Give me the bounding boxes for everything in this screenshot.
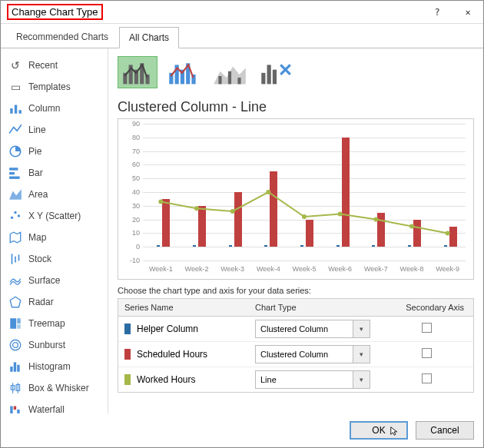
svg-point-47: [158, 199, 163, 204]
svg-rect-15: [17, 318, 21, 324]
sidebar-item-pie[interactable]: Pie: [1, 141, 108, 162]
map-icon: [8, 231, 22, 244]
sidebar-item-surface[interactable]: Surface: [1, 270, 108, 291]
sidebar-item-label: X Y (Scatter): [28, 211, 81, 221]
series-name-label: Scheduled Hours: [137, 349, 207, 360]
subtype-custom-combo[interactable]: [256, 56, 296, 88]
dialog-button-bar: OK Cancel: [1, 413, 483, 447]
series-row: Helper Column Clustered Column▾: [118, 317, 473, 342]
subtype-clustered-column-line[interactable]: [118, 56, 157, 88]
secondary-axis-checkbox[interactable]: [422, 373, 432, 383]
sidebar-item-label: Pie: [28, 146, 41, 157]
sidebar-item-waterfall[interactable]: Waterfall: [1, 399, 108, 413]
close-button[interactable]: ✕: [453, 1, 483, 24]
svg-point-18: [13, 343, 18, 348]
help-button[interactable]: ?: [422, 1, 453, 24]
chart-type-select[interactable]: Line▾: [255, 370, 370, 389]
chart-category-sidebar: ↺Recent ▭Templates Column Line Pie Bar A…: [1, 48, 108, 413]
recent-icon: ↺: [8, 58, 22, 72]
chevron-down-icon: ▾: [353, 346, 370, 363]
svg-rect-14: [10, 318, 16, 329]
series-row: Scheduled Hours Clustered Column▾: [118, 342, 473, 367]
sidebar-item-label: Map: [28, 232, 46, 243]
svg-rect-27: [14, 407, 16, 410]
pie-icon: [8, 144, 22, 158]
svg-point-53: [373, 217, 378, 222]
chart-type-select[interactable]: Clustered Column▾: [255, 320, 370, 338]
waterfall-icon: [8, 403, 22, 413]
bar-icon: [8, 166, 22, 180]
col-header-type: Chart Type: [249, 299, 380, 316]
treemap-icon: [8, 317, 22, 330]
svg-point-17: [10, 340, 21, 350]
area-icon: [8, 187, 22, 201]
select-value: Line: [256, 375, 353, 384]
chart-preview[interactable]: -100102030405060708090Week-1Week-2Week-3…: [118, 118, 474, 280]
sidebar-item-scatter[interactable]: X Y (Scatter): [1, 205, 108, 227]
subtype-clustered-column-line-secondary[interactable]: [164, 56, 204, 88]
sidebar-item-map[interactable]: Map: [1, 227, 108, 248]
sidebar-item-histogram[interactable]: Histogram: [1, 356, 108, 377]
stock-icon: [8, 252, 22, 266]
svg-point-54: [409, 224, 414, 229]
sidebar-item-treemap[interactable]: Treemap: [1, 313, 108, 334]
cursor-icon: [390, 426, 400, 436]
svg-marker-13: [10, 297, 21, 307]
titlebar: Change Chart Type ? ✕: [1, 1, 483, 24]
chart-type-title: Clustered Column - Line: [118, 99, 474, 115]
tab-all-charts[interactable]: All Charts: [119, 27, 179, 48]
ok-button[interactable]: OK: [350, 421, 408, 440]
ok-button-label: OK: [372, 425, 385, 436]
svg-rect-4: [9, 168, 18, 170]
sidebar-item-boxwhisker[interactable]: Box & Whisker: [1, 377, 108, 399]
sidebar-item-column[interactable]: Column: [1, 98, 108, 119]
svg-point-50: [266, 190, 270, 194]
col-header-axis: Secondary Axis: [380, 299, 473, 316]
series-prompt: Choose the chart type and axis for your …: [118, 286, 474, 295]
dialog-title: Change Chart Type: [7, 4, 103, 20]
svg-point-51: [302, 214, 307, 219]
svg-rect-42: [228, 71, 231, 85]
svg-point-48: [194, 206, 199, 211]
radar-icon: [8, 295, 22, 309]
secondary-axis-checkbox[interactable]: [422, 348, 432, 358]
histogram-icon: [8, 360, 22, 373]
chart-type-select[interactable]: Clustered Column▾: [255, 345, 370, 363]
select-value: Clustered Column: [256, 350, 353, 359]
line-icon: [8, 123, 22, 137]
surface-icon: [8, 274, 22, 287]
sidebar-item-bar[interactable]: Bar: [1, 162, 108, 184]
sidebar-item-label: Bar: [28, 168, 43, 178]
svg-rect-45: [267, 65, 271, 85]
svg-point-52: [338, 211, 343, 216]
svg-point-55: [446, 231, 450, 235]
svg-rect-16: [17, 324, 21, 329]
sidebar-item-templates[interactable]: ▭Templates: [1, 76, 108, 98]
sidebar-item-line[interactable]: Line: [1, 119, 108, 141]
sidebar-item-stock[interactable]: Stock: [1, 248, 108, 270]
scatter-icon: [8, 209, 22, 223]
select-value: Clustered Column: [256, 324, 353, 334]
cancel-button[interactable]: Cancel: [416, 421, 474, 440]
sidebar-item-sunburst[interactable]: Sunburst: [1, 334, 108, 356]
sidebar-item-recent[interactable]: ↺Recent: [1, 55, 108, 76]
subtype-stacked-area-column[interactable]: [210, 56, 250, 88]
main-panel: Clustered Column - Line -100102030405060…: [108, 48, 483, 413]
svg-rect-21: [17, 365, 19, 372]
svg-rect-46: [273, 70, 277, 85]
secondary-axis-checkbox[interactable]: [422, 323, 432, 333]
sidebar-item-label: Box & Whisker: [28, 383, 89, 393]
sidebar-item-radar[interactable]: Radar: [1, 291, 108, 313]
chevron-down-icon: ▾: [353, 320, 370, 337]
tab-recommended[interactable]: Recommended Charts: [7, 27, 118, 48]
sidebar-item-label: Line: [28, 124, 46, 135]
sidebar-item-label: Area: [28, 189, 48, 200]
sidebar-item-label: Histogram: [28, 361, 71, 372]
svg-rect-1: [15, 105, 17, 114]
sidebar-item-label: Surface: [28, 275, 60, 286]
svg-rect-6: [9, 177, 20, 179]
sidebar-item-label: Waterfall: [28, 404, 65, 413]
legend-key-icon: [124, 349, 131, 360]
change-chart-type-dialog: Change Chart Type ? ✕ Recommended Charts…: [0, 0, 484, 448]
sidebar-item-area[interactable]: Area: [1, 184, 108, 205]
